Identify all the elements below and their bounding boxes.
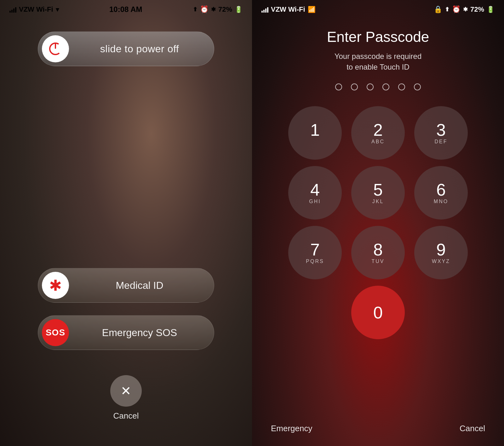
- digit-8: 8: [373, 241, 383, 258]
- cancel-x-icon: ✕: [121, 384, 131, 398]
- digit-1: 1: [310, 121, 320, 138]
- passcode-dot-3: [367, 83, 374, 90]
- status-right-group-left: ⬆ ⏰ ✱ 72% 🔋: [193, 5, 243, 14]
- battery-icon-right: 🔋: [487, 6, 495, 13]
- letters-2: ABC: [371, 139, 385, 145]
- numpad-row-2: 4 GHI 5 JKL 6 MNO: [277, 166, 479, 220]
- power-off-text: slide to power off: [69, 43, 210, 55]
- emergency-sos-label: Emergency SOS: [69, 327, 210, 339]
- bottom-bar: Emergency Cancel: [252, 424, 504, 433]
- key-3[interactable]: 3 DEF: [414, 106, 468, 160]
- wifi-icon-left: ▾: [56, 6, 59, 13]
- cancel-wrapper: ✕ Cancel: [110, 375, 142, 421]
- passcode-dot-5: [398, 83, 405, 90]
- letters-9: WXYZ: [432, 259, 450, 264]
- medical-id-button[interactable]: ✱ Medical ID: [38, 268, 214, 303]
- key-empty-right: [414, 286, 468, 339]
- phone-right: VZW Wi-Fi 📶 🔒 ⬆ ⏰ ✱ 72% 🔋 Enter Passcode…: [252, 0, 504, 446]
- numpad-row-1: 1 2 ABC 3 DEF: [277, 106, 479, 160]
- power-svg: [48, 41, 63, 57]
- medical-icon: ✱: [42, 272, 69, 299]
- letters-4: GHI: [309, 199, 321, 204]
- letters-6: MNO: [434, 199, 448, 204]
- passcode-subtitle: Your passcode is requiredto enable Touch…: [327, 51, 429, 72]
- digit-2: 2: [373, 121, 383, 138]
- digit-0: 0: [373, 304, 383, 321]
- carrier-right: VZW Wi-Fi: [271, 5, 305, 14]
- status-bar-right: VZW Wi-Fi 📶 🔒 ⬆ ⏰ ✱ 72% 🔋: [252, 0, 504, 19]
- digit-3: 3: [436, 121, 446, 138]
- lock-icon-right: 🔒: [434, 5, 442, 14]
- numpad: 1 2 ABC 3 DEF 4 GHI 5 JKL 6: [277, 106, 479, 339]
- letters-8: TUV: [372, 259, 385, 264]
- passcode-dot-2: [351, 83, 358, 90]
- sos-icon: SOS: [42, 319, 69, 346]
- asterisk-icon: ✱: [49, 277, 62, 294]
- digit-5: 5: [373, 181, 383, 198]
- status-left-group: VZW Wi-Fi ▾: [9, 5, 59, 14]
- power-off-button[interactable]: slide to power off: [38, 31, 214, 66]
- passcode-dots: [335, 83, 421, 90]
- digit-9: 9: [436, 241, 446, 258]
- battery-icon-left: 🔋: [235, 6, 243, 13]
- key-4[interactable]: 4 GHI: [288, 166, 342, 220]
- phone-left: VZW Wi-Fi ▾ 10:08 AM ⬆ ⏰ ✱ 72% 🔋 slide t…: [0, 0, 252, 446]
- key-7[interactable]: 7 PQRS: [288, 226, 342, 279]
- bt-icon-right: ✱: [463, 6, 468, 13]
- battery-pct-right: 72%: [470, 5, 484, 14]
- letters-5: JKL: [372, 199, 384, 204]
- digit-4: 4: [310, 181, 320, 198]
- letters-7: PQRS: [306, 259, 324, 264]
- digit-6: 6: [436, 181, 446, 198]
- key-5[interactable]: 5 JKL: [351, 166, 405, 220]
- letters-3: DEF: [435, 139, 448, 145]
- alarm-icon-left: ⏰: [200, 5, 209, 14]
- passcode-dot-6: [414, 83, 421, 90]
- key-6[interactable]: 6 MNO: [414, 166, 468, 220]
- location-icon-left: ⬆: [193, 6, 198, 13]
- status-bar-left: VZW Wi-Fi ▾ 10:08 AM ⬆ ⏰ ✱ 72% 🔋: [0, 0, 252, 19]
- key-0[interactable]: 0: [351, 286, 405, 339]
- emergency-sos-button[interactable]: SOS Emergency SOS: [38, 315, 214, 350]
- numpad-row-3: 7 PQRS 8 TUV 9 WXYZ: [277, 226, 479, 279]
- cancel-button-right[interactable]: Cancel: [460, 424, 485, 433]
- cancel-button[interactable]: ✕: [110, 375, 142, 407]
- signal-bars-left: [9, 6, 16, 13]
- passcode-header: Enter Passcode Your passcode is required…: [327, 28, 429, 72]
- carrier-left: VZW Wi-Fi: [19, 5, 53, 14]
- key-2[interactable]: 2 ABC: [351, 106, 405, 160]
- signal-bars-right: [261, 6, 268, 13]
- bt-icon-left: ✱: [211, 6, 216, 13]
- alarm-icon-right: ⏰: [452, 5, 461, 14]
- status-right-group-right: 🔒 ⬆ ⏰ ✱ 72% 🔋: [434, 5, 495, 14]
- key-8[interactable]: 8 TUV: [351, 226, 405, 279]
- passcode-dot-1: [335, 83, 342, 90]
- time-left: 10:08 AM: [109, 5, 142, 14]
- key-empty-left: [288, 286, 342, 339]
- status-left-group-right: VZW Wi-Fi 📶: [261, 5, 316, 14]
- sos-icon-text: SOS: [46, 328, 65, 338]
- medical-id-label: Medical ID: [69, 280, 210, 291]
- digit-7: 7: [310, 241, 320, 258]
- key-1[interactable]: 1: [288, 106, 342, 160]
- power-icon: [42, 35, 69, 62]
- battery-pct-left: 72%: [218, 5, 232, 14]
- numpad-row-4: 0: [277, 286, 479, 339]
- key-9[interactable]: 9 WXYZ: [414, 226, 468, 279]
- passcode-dot-4: [382, 83, 389, 90]
- passcode-title: Enter Passcode: [327, 28, 429, 45]
- emergency-button[interactable]: Emergency: [271, 424, 312, 433]
- wifi-icon-right: 📶: [308, 6, 316, 13]
- cancel-label: Cancel: [113, 411, 139, 421]
- letters-1: [314, 139, 316, 145]
- location-icon-right: ⬆: [445, 6, 450, 13]
